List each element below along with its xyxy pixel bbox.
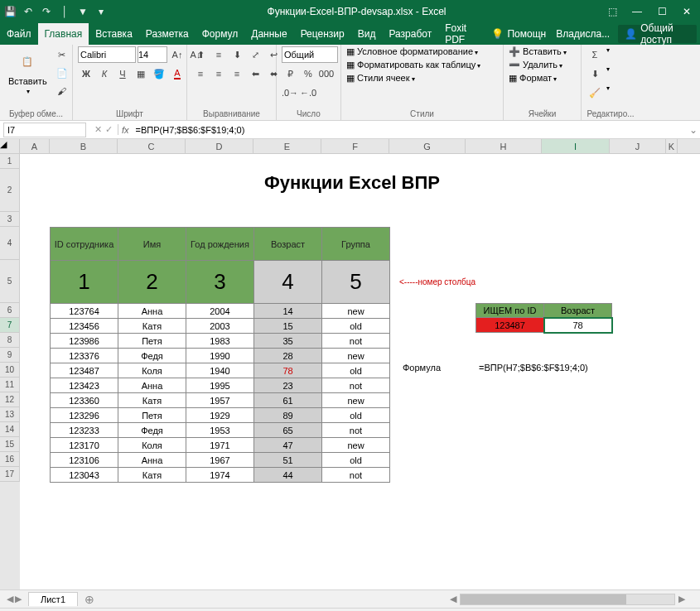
fill-color-button[interactable]: 🪣 <box>151 65 167 82</box>
underline-button[interactable]: Ч <box>114 65 131 82</box>
increase-font-icon[interactable]: A↑ <box>169 46 186 63</box>
paste-button[interactable]: 📋 Вставить▾ <box>5 46 51 97</box>
row-header-14[interactable]: 14 <box>0 422 20 437</box>
table-row[interactable]: 123423Анна199523not <box>51 378 390 393</box>
tab-home[interactable]: Главная <box>38 23 89 45</box>
enter-formula-icon[interactable]: ✓ <box>105 124 113 135</box>
lookup-age-cell[interactable]: 78 <box>544 318 612 333</box>
row-header-1[interactable]: 1 <box>0 154 20 169</box>
align-middle-icon[interactable]: ≡ <box>210 46 227 63</box>
orientation-icon[interactable]: ⤢ <box>247 46 263 63</box>
autosum-icon[interactable]: Σ <box>587 46 603 63</box>
indent-dec-icon[interactable]: ⬅ <box>247 65 263 82</box>
tab-insert[interactable]: Вставка <box>89 23 139 45</box>
row-header-6[interactable]: 6 <box>0 303 20 318</box>
row-header-2[interactable]: 2 <box>0 169 20 212</box>
align-bottom-icon[interactable]: ⬇ <box>229 46 245 63</box>
format-cells-button[interactable]: ▦ Формат▾ <box>509 73 557 84</box>
table-row[interactable]: 123487Коля194078old <box>51 363 390 378</box>
format-painter-icon[interactable]: 🖌 <box>54 83 70 99</box>
currency-icon[interactable]: ₽ <box>282 65 298 82</box>
user-account[interactable]: Владисла... <box>551 23 615 45</box>
add-sheet-icon[interactable]: ⊕ <box>78 593 101 606</box>
font-color-button[interactable]: А <box>169 65 186 82</box>
maximize-icon[interactable]: ☐ <box>655 5 669 18</box>
decrease-decimal-icon[interactable]: ←.0 <box>300 84 316 101</box>
first-sheet-icon[interactable]: ◀ <box>7 594 13 604</box>
scroll-right-icon[interactable]: ▶ <box>678 594 685 604</box>
minimize-icon[interactable]: — <box>630 5 644 18</box>
col-header-A[interactable]: A <box>20 139 50 153</box>
share-button[interactable]: 👤 Общий доступ <box>618 25 697 43</box>
copy-icon[interactable]: 📄 <box>54 65 70 81</box>
tab-formulas[interactable]: Формул <box>196 23 245 45</box>
clear-icon[interactable]: 🧹 <box>587 84 603 101</box>
table-row[interactable]: 123376Федя199028new <box>51 349 390 363</box>
row-header-7[interactable]: 7 <box>0 318 20 333</box>
table-row[interactable]: 123233Федя195365not <box>51 423 390 438</box>
row-header-15[interactable]: 15 <box>0 437 20 452</box>
cut-icon[interactable]: ✂ <box>54 46 70 63</box>
table-row[interactable]: 123360Катя195761new <box>51 393 390 408</box>
row-header-3[interactable]: 3 <box>0 212 20 227</box>
col-header-I[interactable]: I <box>542 139 610 153</box>
col-header-B[interactable]: B <box>50 139 118 153</box>
sheet-tab-1[interactable]: Лист1 <box>28 592 78 606</box>
tell-me[interactable]: 💡 Помощн <box>486 23 551 45</box>
format-as-table-button[interactable]: ▦ Форматировать как таблицу▾ <box>346 60 480 70</box>
horizontal-scrollbar[interactable] <box>460 594 675 605</box>
spreadsheet[interactable]: ◢ ABCDEFGHIJK 1234567891011121314151617 … <box>0 139 700 589</box>
table-row[interactable]: 123986Петя198335not <box>51 334 390 349</box>
increase-decimal-icon[interactable]: .0→ <box>282 84 298 101</box>
thousands-icon[interactable]: 000 <box>318 65 335 82</box>
row-header-12[interactable]: 12 <box>0 392 20 407</box>
fill-icon[interactable]: ⬇ <box>587 65 603 82</box>
tab-review[interactable]: Рецензир <box>294 23 351 45</box>
tab-developer[interactable]: Разработ <box>382 23 438 45</box>
tab-view[interactable]: Вид <box>351 23 383 45</box>
italic-button[interactable]: К <box>96 65 113 82</box>
table-row[interactable]: 123456Катя200315old <box>51 319 390 334</box>
tab-data[interactable]: Данные <box>244 23 293 45</box>
insert-cells-button[interactable]: ➕ Вставить▾ <box>509 46 567 57</box>
col-header-C[interactable]: C <box>118 139 186 153</box>
lookup-id-cell[interactable]: 123487 <box>476 318 544 333</box>
row-header-17[interactable]: 17 <box>0 467 20 482</box>
table-row[interactable]: 123296Петя192989old <box>51 408 390 423</box>
redo-icon[interactable]: ↷ <box>40 5 53 18</box>
row-header-9[interactable]: 9 <box>0 348 20 363</box>
grid-cells[interactable]: Функции Excel ВПР ID сотрудникаИмяГод ро… <box>20 154 700 589</box>
tab-layout[interactable]: Разметка <box>139 23 196 45</box>
select-all-corner[interactable]: ◢ <box>0 139 20 153</box>
row-header-5[interactable]: 5 <box>0 260 20 303</box>
font-name[interactable] <box>78 46 136 63</box>
row-header-13[interactable]: 13 <box>0 407 20 422</box>
align-left-icon[interactable]: ≡ <box>192 65 209 82</box>
col-header-D[interactable]: D <box>186 139 253 153</box>
row-header-11[interactable]: 11 <box>0 378 20 392</box>
cancel-formula-icon[interactable]: ✕ <box>94 124 102 135</box>
fx-icon[interactable]: fx <box>118 125 133 135</box>
table-row[interactable]: 123170Коля197147new <box>51 438 390 453</box>
filter-icon[interactable]: ▼ <box>76 5 89 18</box>
close-icon[interactable]: ✕ <box>680 5 693 18</box>
align-right-icon[interactable]: ≡ <box>229 65 245 82</box>
undo-icon[interactable]: ↶ <box>22 5 35 18</box>
percent-icon[interactable]: % <box>300 65 316 82</box>
col-header-F[interactable]: F <box>321 139 389 153</box>
number-format[interactable] <box>282 46 338 63</box>
col-header-E[interactable]: E <box>253 139 321 153</box>
font-size[interactable] <box>138 46 167 63</box>
delete-cells-button[interactable]: ➖ Удалить▾ <box>509 60 562 70</box>
ribbon-options-icon[interactable]: ⬚ <box>606 5 619 18</box>
save-icon[interactable]: 💾 <box>3 5 17 18</box>
table-row[interactable]: 123043Катя197444not <box>51 468 390 483</box>
expand-formula-bar-icon[interactable]: ⌄ <box>687 124 700 136</box>
table-row[interactable]: 123764Анна200414new <box>51 304 390 319</box>
name-box[interactable] <box>3 123 86 137</box>
col-header-J[interactable]: J <box>610 139 666 153</box>
align-center-icon[interactable]: ≡ <box>210 65 227 82</box>
conditional-format-button[interactable]: ▦ Условное форматирование▾ <box>346 46 478 57</box>
col-header-H[interactable]: H <box>466 139 542 153</box>
align-top-icon[interactable]: ⬆ <box>192 46 209 63</box>
